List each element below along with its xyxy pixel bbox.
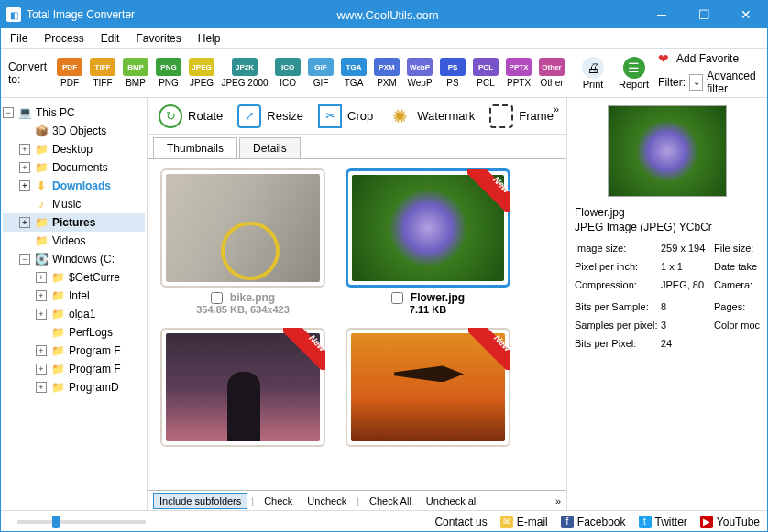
folder-tree[interactable]: −💻This PC 📦3D Objects+📁Desktop+📁Document… xyxy=(1,98,148,510)
tree-item-programd[interactable]: +📁ProgramD xyxy=(3,378,145,396)
uncheck-button[interactable]: Uncheck xyxy=(301,493,353,509)
tree-item-windowsc[interactable]: −💽Windows (C: xyxy=(3,250,145,268)
resize-icon: ⤢ xyxy=(237,104,261,128)
format-icon: PDF xyxy=(57,58,82,76)
preview-panel: Flower.jpg JPEG Image (JPEG) YCbCr Image… xyxy=(567,98,767,510)
selection-bar: Include subfolders | Check Uncheck | Che… xyxy=(148,490,566,510)
format-tga[interactable]: TGATGA xyxy=(338,58,369,88)
format-icon: PXM xyxy=(374,58,400,76)
filter-dropdown[interactable]: ⌄ xyxy=(689,74,703,91)
tree-item-documents[interactable]: +📁Documents xyxy=(3,158,145,177)
tree-item-downloads[interactable]: +⬇Downloads xyxy=(3,177,145,195)
facebook-icon: f xyxy=(561,516,574,528)
format-bmp[interactable]: BMPBMP xyxy=(120,58,151,88)
tree-item-intel[interactable]: +📁Intel xyxy=(3,287,145,305)
titlebar: ◧ Total Image Converter www.CoolUtils.co… xyxy=(1,1,767,28)
tree-item-olga[interactable]: +📁olga1 xyxy=(3,305,145,323)
thumbnail-card[interactable]: NewFlower.jpg7.11 KB xyxy=(342,168,514,315)
menu-edit[interactable]: Edit xyxy=(101,32,120,45)
format-icon: PPTX xyxy=(506,58,532,76)
format-jpeg[interactable]: JPEGJPEG xyxy=(186,58,217,88)
tree-item-videos[interactable]: 📁Videos xyxy=(3,232,145,250)
tree-item-music[interactable]: ♪Music xyxy=(3,195,145,213)
format-ico[interactable]: ICOICO xyxy=(272,58,303,88)
format-other[interactable]: OtherOther xyxy=(536,58,567,88)
format-icon: PS xyxy=(440,58,466,76)
contact-link[interactable]: Contact us xyxy=(434,516,487,528)
youtube-icon: ▶ xyxy=(700,516,713,528)
include-subfolders-toggle[interactable]: Include subfolders xyxy=(153,493,247,509)
preview-filename: Flower.jpg xyxy=(575,206,760,219)
rotate-icon: ↻ xyxy=(159,104,182,128)
menu-file[interactable]: File xyxy=(10,32,27,45)
format-tiff[interactable]: TIFFTIFF xyxy=(87,58,118,88)
format-gif[interactable]: GIFGIF xyxy=(305,58,336,88)
tab-thumbnails[interactable]: Thumbnails xyxy=(153,137,237,158)
tree-item-programf[interactable]: +📁Program F xyxy=(3,342,145,360)
crop-icon: ✂ xyxy=(318,104,342,128)
check-button[interactable]: Check xyxy=(258,493,299,509)
preview-row: Samples per pixel:3Color moc xyxy=(575,320,760,331)
format-icon: Other xyxy=(539,58,565,76)
tree-item-programf[interactable]: +📁Program F xyxy=(3,360,145,378)
zoom-slider[interactable] xyxy=(17,520,146,524)
app-icon: ◧ xyxy=(6,7,21,22)
menu-help[interactable]: Help xyxy=(198,32,221,45)
twitter-link[interactable]: tTwitter xyxy=(639,516,687,528)
format-pxm[interactable]: PXMPXM xyxy=(371,58,402,88)
thumb-checkbox[interactable] xyxy=(211,292,223,304)
uncheck-all-button[interactable]: Uncheck all xyxy=(420,493,485,509)
menu-process[interactable]: Process xyxy=(44,32,83,45)
format-png[interactable]: PNGPNG xyxy=(153,58,184,88)
tab-details[interactable]: Details xyxy=(239,137,301,158)
format-icon: ICO xyxy=(275,58,301,76)
operations-bar: ↻Rotate ⤢Resize ✂Crop ✺Watermark Frame » xyxy=(148,98,566,135)
thumbnail-card[interactable]: bike.png354.85 KB, 634x423 xyxy=(157,168,329,315)
report-icon: ☰ xyxy=(623,57,645,79)
check-all-button[interactable]: Check All xyxy=(363,493,418,509)
thumb-checkbox[interactable] xyxy=(391,292,403,304)
format-pdf[interactable]: PDFPDF xyxy=(54,58,85,88)
watermark-button[interactable]: ✺Watermark xyxy=(388,104,475,128)
add-favorite-button[interactable]: ❤ Add Favorite xyxy=(658,51,760,66)
rotate-button[interactable]: ↻Rotate xyxy=(159,104,223,128)
frame-button[interactable]: Frame xyxy=(489,104,554,128)
format-webp[interactable]: WebPWebP xyxy=(404,58,435,88)
preview-row: Bits per Sample:8Pages: xyxy=(575,301,760,312)
maximize-button[interactable]: ☐ xyxy=(683,1,725,28)
toolbar: Convert to: PDFPDFTIFFTIFFBMPBMPPNGPNGJP… xyxy=(1,49,767,98)
preview-row: Compression:JPEG, 80Camera: xyxy=(575,279,760,290)
format-pcl[interactable]: PCLPCL xyxy=(470,58,501,88)
tree-item-getcurre[interactable]: +📁$GetCurre xyxy=(3,268,145,287)
thumbnail-card[interactable]: New xyxy=(342,328,514,447)
format-icon: GIF xyxy=(308,58,334,76)
tree-item-perflogs[interactable]: 📁PerfLogs xyxy=(3,323,145,342)
print-button[interactable]: 🖨 Print xyxy=(582,57,604,90)
tree-item-pictures[interactable]: +📁Pictures xyxy=(3,213,145,232)
facebook-link[interactable]: fFacebook xyxy=(561,516,626,528)
format-pptx[interactable]: PPTXPPTX xyxy=(503,58,534,88)
resize-button[interactable]: ⤢Resize xyxy=(237,104,303,128)
selection-overflow[interactable]: » xyxy=(555,495,561,506)
tree-root[interactable]: −💻This PC xyxy=(3,103,145,122)
format-icon: PNG xyxy=(156,58,181,76)
view-tabs: Thumbnails Details xyxy=(148,135,566,158)
close-button[interactable]: ✕ xyxy=(725,1,767,28)
frame-icon xyxy=(489,104,513,128)
thumbnail-card[interactable]: New xyxy=(157,328,329,447)
email-link[interactable]: ✉E-mail xyxy=(500,516,548,528)
tree-item-dobjects[interactable]: 📦3D Objects xyxy=(3,122,145,140)
report-button[interactable]: ☰ Report xyxy=(619,57,649,90)
format-icon: JPEG xyxy=(189,58,214,76)
new-badge: New xyxy=(468,328,510,370)
menu-favorites[interactable]: Favorites xyxy=(136,32,181,45)
format-ps[interactable]: PSPS xyxy=(437,58,468,88)
format-jpeg2000[interactable]: JP2KJPEG 2000 xyxy=(219,58,270,88)
advanced-filter-link[interactable]: Advanced filter xyxy=(707,70,760,95)
tree-item-desktop[interactable]: +📁Desktop xyxy=(3,140,145,158)
crop-button[interactable]: ✂Crop xyxy=(318,104,373,128)
minimize-button[interactable]: ─ xyxy=(641,1,683,28)
preview-row: Bits per Pixel:24 xyxy=(575,338,760,349)
ops-overflow[interactable]: » xyxy=(554,103,559,114)
youtube-link[interactable]: ▶YouTube xyxy=(700,516,760,528)
